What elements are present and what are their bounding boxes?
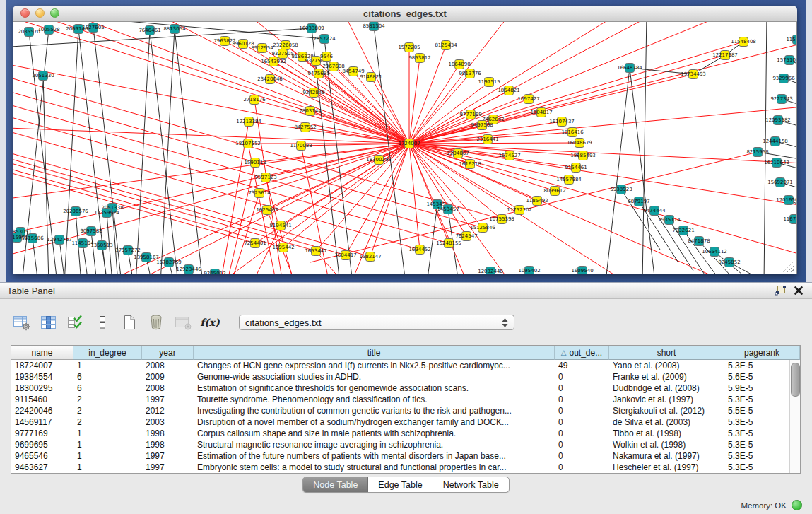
edge[interactable] bbox=[136, 30, 150, 274]
graph-node-selected[interactable]: 23226058 bbox=[273, 41, 298, 50]
graph-node-selected[interactable]: 1625463 bbox=[256, 206, 278, 215]
graph-node[interactable]: 10654112 bbox=[702, 247, 727, 257]
network-window[interactable]: citations_edges.txt 17240077963822896012… bbox=[13, 6, 797, 274]
column-header-name[interactable]: name bbox=[11, 346, 73, 360]
table-cell[interactable]: Wolkin et al. (1998) bbox=[609, 439, 724, 450]
selected-edge[interactable] bbox=[409, 74, 693, 144]
table-cell[interactable]: 5.5E-5 bbox=[724, 405, 800, 416]
table-cell[interactable]: 19384554 bbox=[11, 371, 73, 382]
graph-node-selected[interactable]: 23420046 bbox=[257, 75, 283, 84]
table-cell[interactable]: 6 bbox=[73, 382, 142, 394]
column-header-in_degree[interactable]: in_degree bbox=[73, 346, 142, 360]
graph-node-selected[interactable]: 2803144 bbox=[299, 107, 322, 116]
edge[interactable] bbox=[642, 22, 647, 274]
table-cell[interactable]: Hescheler et al. (1997) bbox=[609, 462, 724, 473]
graph-node-selected[interactable]: 15248155 bbox=[436, 239, 461, 248]
graph-node-selected[interactable]: 16048679 bbox=[567, 139, 592, 148]
float-window-icon[interactable] bbox=[775, 285, 787, 299]
table-row[interactable]: 2242004622012Investigating the contribut… bbox=[11, 405, 800, 416]
column-header-year[interactable]: year bbox=[142, 346, 194, 360]
table-cell[interactable]: 9465546 bbox=[11, 450, 73, 462]
table-cell[interactable]: 5.3E-5 bbox=[724, 439, 800, 450]
selected-edge[interactable] bbox=[227, 163, 255, 274]
table-cell[interactable]: 2008 bbox=[142, 382, 194, 394]
memory-status-icon[interactable] bbox=[792, 500, 802, 510]
graph-node[interactable]: 9227343 bbox=[770, 95, 792, 104]
table-cell[interactable]: de Silva et al. (2003) bbox=[609, 416, 724, 428]
edge[interactable] bbox=[59, 240, 65, 274]
table-cell[interactable]: 1 bbox=[73, 360, 142, 371]
table-cell[interactable]: 0 bbox=[555, 394, 609, 405]
function-builder-icon[interactable]: f(x) bbox=[201, 313, 219, 332]
tab-edge-table[interactable]: Edge Table bbox=[368, 477, 433, 492]
table-cell[interactable]: 5.3E-5 bbox=[724, 428, 800, 439]
table-cell[interactable]: 49 bbox=[555, 360, 609, 371]
table-cell[interactable]: 1 bbox=[73, 428, 142, 439]
selected-edge[interactable] bbox=[409, 74, 470, 144]
close-window-button[interactable] bbox=[20, 8, 30, 18]
scrollbar-thumb[interactable] bbox=[791, 363, 800, 397]
selected-edge[interactable] bbox=[13, 87, 420, 250]
table-cell[interactable]: Genome-wide association studies in ADHD. bbox=[194, 371, 555, 382]
table-row[interactable]: 977716911998Corpus callosum shape and si… bbox=[11, 428, 800, 439]
graph-node[interactable]: 1115686 bbox=[21, 234, 44, 243]
graph-node[interactable]: 1095402 bbox=[518, 267, 540, 275]
table-cell[interactable]: 5.3E-5 bbox=[724, 416, 800, 428]
graph-node[interactable]: 17957272 bbox=[115, 246, 141, 255]
table-row[interactable]: 946554611997Estimation of the future num… bbox=[11, 450, 800, 462]
graph-node-selected[interactable]: 14957984 bbox=[556, 175, 582, 185]
zoom-window-button[interactable] bbox=[50, 8, 59, 18]
table-cell[interactable]: Investigating the contribution of common… bbox=[194, 405, 555, 416]
graph-node[interactable]: 7857224 bbox=[313, 35, 336, 44]
table-cell[interactable]: 9115460 bbox=[11, 394, 73, 405]
graph-node-selected[interactable]: 1604417 bbox=[334, 251, 356, 260]
graph-node-selected[interactable]: 7325614 bbox=[248, 189, 271, 198]
table-cell[interactable]: 5.3E-5 bbox=[724, 462, 800, 473]
edge[interactable] bbox=[91, 231, 97, 274]
table-cell[interactable]: Tibbo et al. (1998) bbox=[609, 428, 724, 439]
graph-node[interactable]: 15751074 bbox=[777, 56, 796, 65]
graph-node-selected[interactable]: 9546 bbox=[320, 52, 333, 62]
selected-edge[interactable] bbox=[346, 22, 409, 144]
graph-node-selected[interactable]: 2718176 bbox=[243, 95, 266, 105]
graph-node[interactable]: 17359924 bbox=[94, 209, 119, 218]
graph-node-selected[interactable]: 15125846 bbox=[470, 223, 495, 233]
table-cell[interactable]: 5.9E-5 bbox=[724, 382, 800, 394]
table-cell[interactable]: Franke et al. (2009) bbox=[609, 371, 724, 382]
graph-node[interactable]: 16033809 bbox=[299, 24, 324, 33]
table-cell[interactable]: 2008 bbox=[142, 360, 194, 371]
table-cell[interactable]: Tourette syndrome. Phenomenology and cla… bbox=[194, 394, 555, 405]
table-cell[interactable]: 14569117 bbox=[11, 416, 73, 428]
node-table[interactable]: namein_degreeyeartitle△out_de...shortpag… bbox=[11, 345, 801, 474]
graph-node-selected[interactable]: 8125434 bbox=[435, 41, 457, 50]
table-cell[interactable]: Embryonic stem cells: a model to study s… bbox=[194, 462, 555, 473]
graph-node-selected[interactable]: 9146821 bbox=[360, 73, 382, 82]
graph-node-selected[interactable]: 18685493 bbox=[570, 151, 596, 160]
table-cell[interactable]: 1 bbox=[73, 462, 142, 473]
table-cell[interactable]: Structural magnetic resonance image aver… bbox=[194, 439, 555, 450]
graph-node[interactable]: 12444158 bbox=[763, 137, 788, 146]
graph-node-selected[interactable]: 2316441 bbox=[476, 135, 498, 144]
select-rows-icon[interactable] bbox=[66, 313, 85, 332]
table-cell[interactable]: 5.6E-5 bbox=[724, 371, 800, 382]
edge[interactable] bbox=[764, 22, 767, 274]
column-header-out_de[interactable]: △out_de... bbox=[555, 346, 609, 360]
table-row[interactable]: 1938455462009Genome-wide association stu… bbox=[11, 371, 800, 382]
graph-node-selected[interactable]: 19734493 bbox=[681, 70, 706, 79]
graph-node[interactable]: 5938923 bbox=[610, 185, 632, 194]
network-canvas[interactable]: 1724007796382289601288912954232260589327… bbox=[13, 22, 797, 274]
close-icon[interactable] bbox=[794, 286, 804, 298]
table-cell[interactable]: 22420046 bbox=[11, 405, 73, 416]
table-cell[interactable]: 1998 bbox=[142, 439, 194, 450]
graph-node-selected[interactable]: 9813776 bbox=[459, 69, 481, 78]
graph-node[interactable]: 17016504 bbox=[776, 196, 796, 205]
graph-node-selected[interactable]: 9475685 bbox=[307, 69, 329, 78]
table-cell[interactable]: 6 bbox=[73, 371, 142, 382]
graph-node[interactable]: 7646461 bbox=[139, 26, 160, 35]
table-cell[interactable]: 9777169 bbox=[11, 428, 73, 439]
graph-node-selected[interactable]: 1572205 bbox=[398, 43, 420, 52]
graph-node[interactable]: 1157510 bbox=[786, 35, 796, 45]
graph-node-selected[interactable]: 1185492 bbox=[526, 197, 548, 206]
graph-node[interactable]: 20206576 bbox=[63, 207, 88, 216]
graph-node[interactable]: 2035570 bbox=[18, 28, 40, 37]
